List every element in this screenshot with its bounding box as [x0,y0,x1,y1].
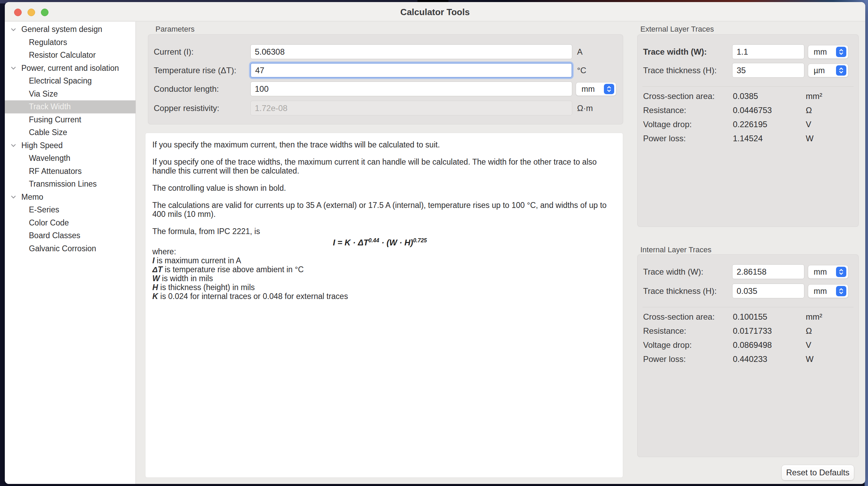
definition-text: is thickness (height) in mils [158,283,255,292]
reset-to-defaults-button[interactable]: Reset to Defaults [781,465,854,481]
conductor-length-unit-select[interactable]: mm [576,82,616,96]
stepper-icon [836,267,846,277]
sidebar-item-power-current-isolation[interactable]: Power, current and isolation [5,62,135,75]
sidebar-item-label: RF Attenuators [29,167,82,176]
divider [642,86,854,87]
copper-resistivity-label: Copper resistivity: [154,103,219,113]
chevron-down-icon[interactable] [10,142,17,148]
chevron-down-icon[interactable] [10,65,17,71]
sidebar-item-label: Resistor Calculator [29,51,96,60]
sidebar-item-rf-attenuators[interactable]: RF Attenuators [5,165,135,178]
definition-text: is width in mils [160,274,213,283]
stepper-icon [836,65,846,76]
external-trace-thickness-input[interactable] [732,63,804,78]
sidebar-item-regulators[interactable]: Regulators [5,36,135,49]
sidebar-item-via-size[interactable]: Via Size [5,88,135,101]
external-trace-width-input[interactable] [732,44,804,59]
internal-trace-width-label: Trace width (W): [643,267,703,277]
temperature-rise-label: Temperature rise (ΔT): [154,66,236,75]
internal-trace-thickness-unit-value: mm [814,287,827,296]
current-input[interactable] [250,44,572,59]
result-unit: W [806,134,814,143]
definition-line: I is maximum current in A [152,256,616,265]
parameters-groupbox: Current (I): A Temperature rise (ΔT): °C… [148,34,623,124]
result-label: Cross-section area: [643,91,715,101]
conductor-length-unit-value: mm [582,85,595,94]
sidebar-item-general-system-design[interactable]: General system design [5,23,135,36]
variable-symbol: ΔT [152,265,163,274]
external-trace-thickness-unit-select[interactable]: µm [808,64,848,77]
sidebar-item-label: Color Code [29,218,69,228]
stepper-icon [604,84,614,94]
parameters-section-label: Parameters [155,25,195,34]
sidebar-item-label: Track Width [29,102,71,111]
sidebar-item-e-series[interactable]: E-Series [5,203,135,217]
formula-exponent: 0.44 [368,238,379,243]
sidebar-item-label: Cable Size [29,128,67,137]
divider [642,307,854,307]
external-trace-width-unit-select[interactable]: mm [808,45,848,59]
temperature-rise-input[interactable] [250,63,572,78]
internal-trace-thickness-unit-select[interactable]: mm [808,284,848,298]
internal-trace-thickness-label: Trace thickness (H): [643,286,717,296]
internal-layer-traces-label: Internal Layer Traces [640,245,712,254]
sidebar-item-track-width[interactable]: Track Width [5,100,135,113]
sidebar-item-wavelength[interactable]: Wavelength [5,152,135,165]
definition-text: is 0.024 for internal traces or 0.048 fo… [158,292,348,301]
sidebar-item-transmission-lines[interactable]: Transmission Lines [5,178,135,191]
conductor-length-label: Conductor length: [154,84,219,94]
help-paragraph: The formula, from IPC 2221, is [152,227,610,236]
sidebar-item-color-code[interactable]: Color Code [5,217,135,230]
sidebar-item-memo[interactable]: Memo [5,191,135,204]
chevron-down-icon[interactable] [10,194,17,200]
external-trace-width-unit-value: mm [814,47,827,57]
result-value: 0.0446753 [733,106,772,115]
variable-symbol: K [152,292,158,301]
sidebar-item-board-classes[interactable]: Board Classes [5,229,135,242]
result-label: Cross-section area: [643,312,715,322]
calculator-tree-sidebar: General system design Regulators Resisto… [5,22,136,484]
sidebar-item-label: Electrical Spacing [29,76,92,86]
stepper-icon [836,286,846,296]
help-paragraph: The calculations are valid for currents … [152,201,610,219]
definition-text: is maximum current in A [154,256,241,265]
formula-base: I = K · ΔT [333,238,368,247]
sidebar-item-label: E-Series [29,205,59,214]
sidebar-item-label: Board Classes [29,231,80,240]
external-trace-width-label: Trace width (W): [643,47,707,57]
result-label: Power loss: [643,134,686,143]
sidebar-item-label: Power, current and isolation [21,64,119,73]
variable-symbol: H [152,283,158,292]
sidebar-item-label: Transmission Lines [29,179,97,189]
copper-resistivity-input [250,101,572,115]
result-label: Resistance: [643,106,686,115]
sidebar-item-label: Fusing Current [29,115,81,124]
conductor-length-input[interactable] [250,81,572,96]
sidebar-item-cable-size[interactable]: Cable Size [5,126,135,139]
definition-line: H is thickness (height) in mils [152,283,616,292]
titlebar[interactable]: Calculator Tools [5,2,865,21]
current-label: Current (I): [154,47,194,57]
formula-exponent: 0.725 [413,238,427,243]
external-trace-thickness-label: Trace thickness (H): [643,66,717,75]
internal-trace-width-input[interactable] [732,264,804,279]
formula-definitions: where: I is maximum current in A ΔT is t… [152,247,616,301]
result-label: Resistance: [643,326,686,336]
internal-trace-thickness-input[interactable] [732,284,804,298]
sidebar-item-label: High Speed [21,141,63,150]
result-value: 0.0171733 [733,326,772,336]
sidebar-item-galvanic-corrosion[interactable]: Galvanic Corrosion [5,242,135,255]
sidebar-item-high-speed[interactable]: High Speed [5,139,135,152]
help-text-panel: If you specify the maximum current, then… [145,133,623,478]
help-paragraph: The controlling value is shown in bold. [152,184,610,192]
sidebar-item-electrical-spacing[interactable]: Electrical Spacing [5,75,135,88]
sidebar-item-label: Wavelength [29,154,70,163]
internal-layer-traces-groupbox: Trace width (W): mm Trace thickness (H):… [637,254,859,457]
result-unit: mm² [806,312,822,322]
sidebar-item-fusing-current[interactable]: Fusing Current [5,113,135,126]
help-paragraph: If you specify the maximum current, then… [152,140,610,149]
where-label: where: [152,247,616,256]
chevron-down-icon[interactable] [10,26,17,33]
internal-trace-width-unit-select[interactable]: mm [808,265,848,279]
sidebar-item-resistor-calculator[interactable]: Resistor Calculator [5,49,135,62]
